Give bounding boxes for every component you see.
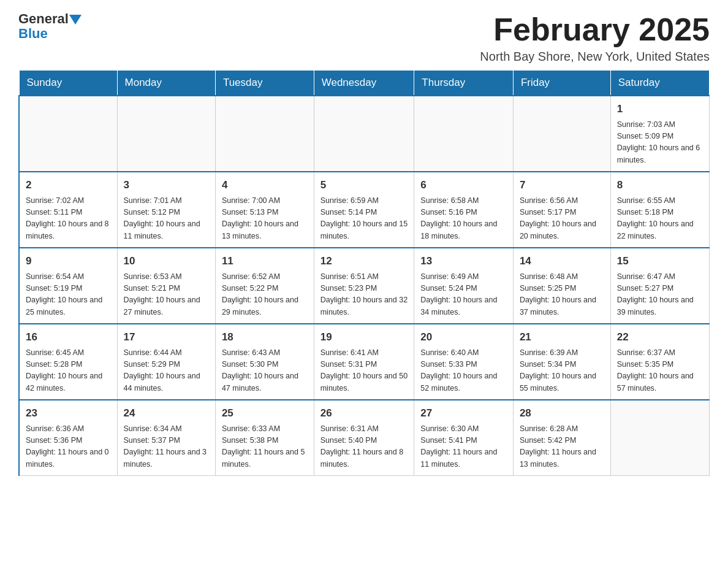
day-number: 2 <box>26 177 111 193</box>
day-number: 12 <box>320 253 408 269</box>
calendar-week-row: 9Sunrise: 6:54 AMSunset: 5:19 PMDaylight… <box>19 248 710 324</box>
day-info: Sunrise: 6:55 AMSunset: 5:18 PMDaylight:… <box>617 195 703 243</box>
day-info: Sunrise: 6:31 AMSunset: 5:40 PMDaylight:… <box>320 423 408 471</box>
day-number: 17 <box>124 329 209 345</box>
table-row <box>19 96 117 172</box>
calendar-table: Sunday Monday Tuesday Wednesday Thursday… <box>18 70 710 476</box>
table-row: 8Sunrise: 6:55 AMSunset: 5:18 PMDaylight… <box>610 172 709 248</box>
day-number: 24 <box>124 405 209 421</box>
day-info: Sunrise: 7:03 AMSunset: 5:09 PMDaylight:… <box>617 119 703 167</box>
day-number: 3 <box>124 177 209 193</box>
day-number: 22 <box>617 329 703 345</box>
day-info: Sunrise: 6:54 AMSunset: 5:19 PMDaylight:… <box>26 271 111 319</box>
day-info: Sunrise: 6:58 AMSunset: 5:16 PMDaylight:… <box>420 195 507 243</box>
table-row: 24Sunrise: 6:34 AMSunset: 5:37 PMDayligh… <box>117 400 215 476</box>
day-info: Sunrise: 6:53 AMSunset: 5:21 PMDaylight:… <box>124 271 209 319</box>
table-row: 3Sunrise: 7:01 AMSunset: 5:12 PMDaylight… <box>117 172 215 248</box>
table-row: 22Sunrise: 6:37 AMSunset: 5:35 PMDayligh… <box>610 324 709 400</box>
day-number: 13 <box>420 253 507 269</box>
table-row: 9Sunrise: 6:54 AMSunset: 5:19 PMDaylight… <box>19 248 117 324</box>
logo-general-text: General <box>18 12 69 26</box>
day-number: 6 <box>420 177 507 193</box>
logo-blue-text: Blue <box>18 26 48 41</box>
table-row: 25Sunrise: 6:33 AMSunset: 5:38 PMDayligh… <box>215 400 314 476</box>
table-row: 14Sunrise: 6:48 AMSunset: 5:25 PMDayligh… <box>513 248 610 324</box>
table-row <box>215 96 314 172</box>
day-number: 8 <box>617 177 703 193</box>
table-row: 11Sunrise: 6:52 AMSunset: 5:22 PMDayligh… <box>215 248 314 324</box>
day-info: Sunrise: 6:56 AMSunset: 5:17 PMDaylight:… <box>520 195 604 243</box>
day-info: Sunrise: 6:48 AMSunset: 5:25 PMDaylight:… <box>520 271 604 319</box>
table-row: 21Sunrise: 6:39 AMSunset: 5:34 PMDayligh… <box>513 324 610 400</box>
day-info: Sunrise: 6:28 AMSunset: 5:42 PMDaylight:… <box>520 423 604 471</box>
day-info: Sunrise: 6:39 AMSunset: 5:34 PMDaylight:… <box>520 347 604 395</box>
day-number: 19 <box>320 329 408 345</box>
table-row <box>610 400 709 476</box>
day-number: 16 <box>26 329 111 345</box>
day-number: 14 <box>520 253 604 269</box>
day-number: 4 <box>222 177 308 193</box>
col-saturday: Saturday <box>610 71 709 96</box>
calendar-header-row: Sunday Monday Tuesday Wednesday Thursday… <box>19 71 710 96</box>
table-row: 1Sunrise: 7:03 AMSunset: 5:09 PMDaylight… <box>610 96 709 172</box>
table-row: 27Sunrise: 6:30 AMSunset: 5:41 PMDayligh… <box>414 400 514 476</box>
day-info: Sunrise: 6:36 AMSunset: 5:36 PMDaylight:… <box>26 423 111 471</box>
table-row: 4Sunrise: 7:00 AMSunset: 5:13 PMDaylight… <box>215 172 314 248</box>
table-row: 7Sunrise: 6:56 AMSunset: 5:17 PMDaylight… <box>513 172 610 248</box>
table-row: 15Sunrise: 6:47 AMSunset: 5:27 PMDayligh… <box>610 248 709 324</box>
day-info: Sunrise: 6:44 AMSunset: 5:29 PMDaylight:… <box>124 347 209 395</box>
col-wednesday: Wednesday <box>314 71 414 96</box>
table-row: 20Sunrise: 6:40 AMSunset: 5:33 PMDayligh… <box>414 324 514 400</box>
day-number: 7 <box>520 177 604 193</box>
table-row: 12Sunrise: 6:51 AMSunset: 5:23 PMDayligh… <box>314 248 414 324</box>
day-number: 28 <box>520 405 604 421</box>
table-row: 2Sunrise: 7:02 AMSunset: 5:11 PMDaylight… <box>19 172 117 248</box>
calendar-week-row: 1Sunrise: 7:03 AMSunset: 5:09 PMDaylight… <box>19 96 710 172</box>
day-info: Sunrise: 6:49 AMSunset: 5:24 PMDaylight:… <box>420 271 507 319</box>
col-monday: Monday <box>117 71 215 96</box>
day-number: 18 <box>222 329 308 345</box>
day-number: 20 <box>420 329 507 345</box>
table-row: 16Sunrise: 6:45 AMSunset: 5:28 PMDayligh… <box>19 324 117 400</box>
table-row: 6Sunrise: 6:58 AMSunset: 5:16 PMDaylight… <box>414 172 514 248</box>
day-info: Sunrise: 6:33 AMSunset: 5:38 PMDaylight:… <box>222 423 308 471</box>
table-row: 19Sunrise: 6:41 AMSunset: 5:31 PMDayligh… <box>314 324 414 400</box>
day-number: 5 <box>320 177 408 193</box>
day-number: 1 <box>617 101 703 117</box>
day-number: 27 <box>420 405 507 421</box>
logo: General Blue <box>18 12 82 42</box>
day-info: Sunrise: 6:52 AMSunset: 5:22 PMDaylight:… <box>222 271 308 319</box>
day-number: 10 <box>124 253 209 269</box>
day-info: Sunrise: 6:47 AMSunset: 5:27 PMDaylight:… <box>617 271 703 319</box>
col-thursday: Thursday <box>414 71 514 96</box>
calendar-week-row: 2Sunrise: 7:02 AMSunset: 5:11 PMDaylight… <box>19 172 710 248</box>
day-info: Sunrise: 7:00 AMSunset: 5:13 PMDaylight:… <box>222 195 308 243</box>
month-title: February 2025 <box>480 12 710 47</box>
day-info: Sunrise: 6:51 AMSunset: 5:23 PMDaylight:… <box>320 271 408 319</box>
table-row: 23Sunrise: 6:36 AMSunset: 5:36 PMDayligh… <box>19 400 117 476</box>
table-row <box>117 96 215 172</box>
day-info: Sunrise: 6:43 AMSunset: 5:30 PMDaylight:… <box>222 347 308 395</box>
day-info: Sunrise: 7:01 AMSunset: 5:12 PMDaylight:… <box>124 195 209 243</box>
table-row <box>414 96 514 172</box>
day-info: Sunrise: 6:30 AMSunset: 5:41 PMDaylight:… <box>420 423 507 471</box>
day-number: 9 <box>26 253 111 269</box>
day-number: 11 <box>222 253 308 269</box>
table-row <box>513 96 610 172</box>
day-info: Sunrise: 6:34 AMSunset: 5:37 PMDaylight:… <box>124 423 209 471</box>
col-sunday: Sunday <box>19 71 117 96</box>
page-header: General Blue February 2025 North Bay Sho… <box>18 12 710 64</box>
table-row: 13Sunrise: 6:49 AMSunset: 5:24 PMDayligh… <box>414 248 514 324</box>
day-number: 25 <box>222 405 308 421</box>
day-number: 23 <box>26 405 111 421</box>
table-row: 17Sunrise: 6:44 AMSunset: 5:29 PMDayligh… <box>117 324 215 400</box>
col-friday: Friday <box>513 71 610 96</box>
day-info: Sunrise: 6:45 AMSunset: 5:28 PMDaylight:… <box>26 347 111 395</box>
day-number: 21 <box>520 329 604 345</box>
table-row: 26Sunrise: 6:31 AMSunset: 5:40 PMDayligh… <box>314 400 414 476</box>
day-info: Sunrise: 6:40 AMSunset: 5:33 PMDaylight:… <box>420 347 507 395</box>
day-info: Sunrise: 6:37 AMSunset: 5:35 PMDaylight:… <box>617 347 703 395</box>
table-row: 10Sunrise: 6:53 AMSunset: 5:21 PMDayligh… <box>117 248 215 324</box>
table-row: 28Sunrise: 6:28 AMSunset: 5:42 PMDayligh… <box>513 400 610 476</box>
day-info: Sunrise: 6:41 AMSunset: 5:31 PMDaylight:… <box>320 347 408 395</box>
